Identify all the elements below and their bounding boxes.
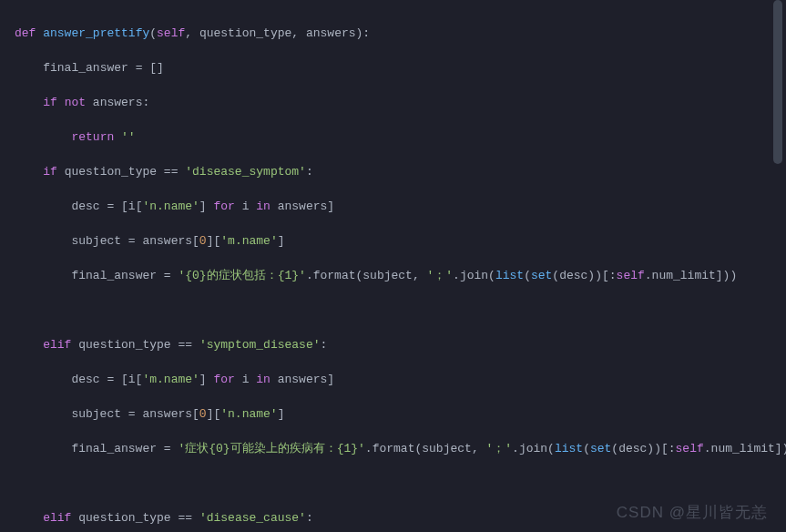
code-line: desc = [i['n.name'] for i in answers] — [15, 198, 786, 215]
code-line: return '' — [15, 128, 786, 146]
code-line: subject = answers[0]['n.name'] — [15, 405, 786, 423]
code-line: final_answer = [] — [15, 59, 786, 77]
code-line: subject = answers[0]['m.name'] — [15, 232, 786, 250]
code-editor[interactable]: def answer_prettify(self, question_type,… — [0, 0, 786, 532]
code-line: if question_type == 'disease_symptom': — [15, 163, 786, 180]
code-line: def answer_prettify(self, question_type,… — [15, 25, 786, 42]
code-line: elif question_type == 'disease_cause': — [15, 509, 786, 527]
scroll-thumb[interactable] — [773, 0, 782, 164]
code-line: desc = [i['m.name'] for i in answers] — [15, 371, 786, 388]
code-line — [15, 475, 786, 492]
code-line: final_answer = '症状{0}可能染上的疾病有：{1}'.forma… — [15, 440, 786, 457]
code-line — [15, 302, 786, 319]
code-line: if not answers: — [15, 94, 786, 111]
code-line: elif question_type == 'symptom_disease': — [15, 336, 786, 353]
scrollbar[interactable] — [775, 0, 784, 532]
code-line: final_answer = '{0}的症状包括：{1}'.format(sub… — [15, 267, 786, 284]
